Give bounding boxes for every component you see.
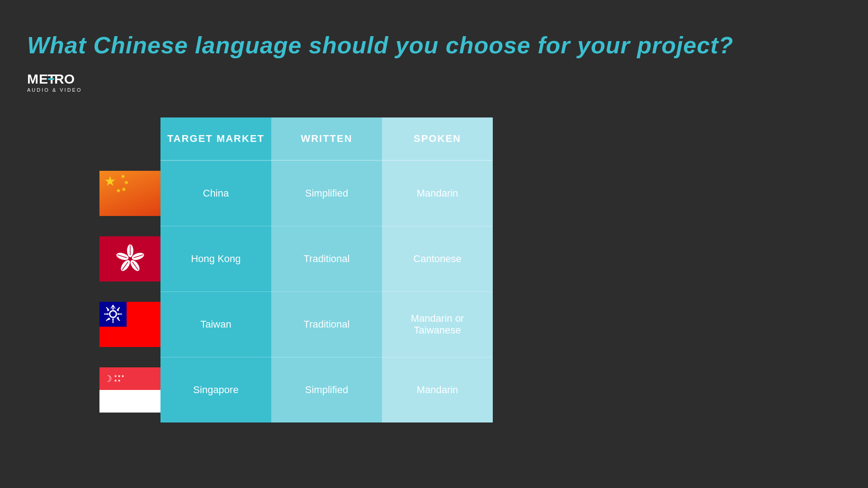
logo-subtext: AUDIO & VIDEO bbox=[27, 87, 86, 93]
singapore-flag-cell: ☽ ★ ★ ★ ★ ★ bbox=[99, 357, 160, 422]
singapore-target: Singapore bbox=[160, 357, 271, 422]
data-table: ★ ★ ★ ★ ★ bbox=[99, 117, 493, 422]
target-market-column: TARGET MARKET China Hong Kong Taiwan Sin… bbox=[160, 117, 271, 422]
hk-flag bbox=[99, 236, 160, 282]
china-flag-cell: ★ ★ ★ ★ ★ bbox=[99, 160, 160, 226]
taiwan-sun bbox=[103, 304, 123, 324]
taiwan-flag bbox=[99, 302, 160, 347]
svg-rect-2 bbox=[48, 78, 54, 80]
taiwan-spoken: Mandarin or Taiwanese bbox=[382, 291, 493, 357]
logo-svg: ME T RO bbox=[27, 70, 86, 86]
spoken-column: SPOKEN Mandarin Cantonese Mandarin or Ta… bbox=[382, 117, 493, 422]
china-spoken: Mandarin bbox=[382, 160, 493, 226]
svg-marker-29 bbox=[118, 313, 121, 315]
taiwan-flag-cell bbox=[99, 291, 160, 357]
china-flag: ★ ★ ★ ★ ★ bbox=[99, 171, 160, 216]
svg-text:RO: RO bbox=[54, 71, 75, 86]
svg-marker-28 bbox=[105, 313, 108, 315]
flags-column: ★ ★ ★ ★ ★ bbox=[99, 160, 160, 422]
logo: ME T RO AUDIO & VIDEO bbox=[27, 70, 86, 93]
hk-flag-cell bbox=[99, 226, 160, 291]
written-header: WRITTEN bbox=[271, 117, 382, 160]
page-title: What Chinese language should you choose … bbox=[27, 32, 733, 59]
svg-marker-27 bbox=[112, 319, 114, 322]
spoken-header: SPOKEN bbox=[382, 117, 493, 160]
singapore-written: Simplified bbox=[271, 357, 382, 422]
hk-bauhinia bbox=[114, 243, 146, 275]
svg-text:ME: ME bbox=[27, 71, 48, 86]
hk-target: Hong Kong bbox=[160, 226, 271, 291]
table-columns: TARGET MARKET China Hong Kong Taiwan Sin… bbox=[160, 117, 493, 422]
china-written: Simplified bbox=[271, 160, 382, 226]
hk-written: Traditional bbox=[271, 226, 382, 291]
taiwan-written: Traditional bbox=[271, 291, 382, 357]
hk-spoken: Cantonese bbox=[382, 226, 493, 291]
written-column: WRITTEN Simplified Traditional Tradition… bbox=[271, 117, 382, 422]
taiwan-target: Taiwan bbox=[160, 291, 271, 357]
china-target: China bbox=[160, 160, 271, 226]
svg-point-15 bbox=[110, 311, 116, 317]
target-market-header: TARGET MARKET bbox=[160, 117, 271, 160]
singapore-spoken: Mandarin bbox=[382, 357, 493, 422]
singapore-flag: ☽ ★ ★ ★ ★ ★ bbox=[99, 367, 160, 413]
